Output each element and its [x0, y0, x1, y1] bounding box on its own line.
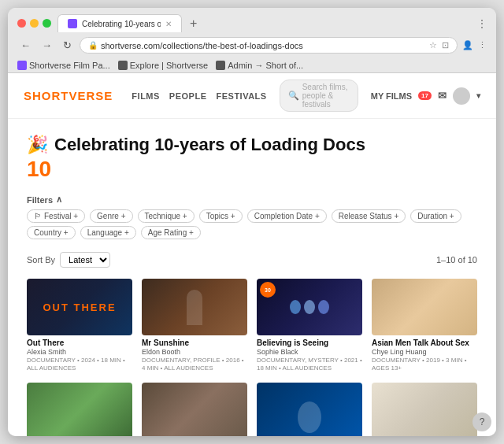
nav-festivals[interactable]: FESTIVALS — [216, 91, 266, 101]
bookmark-label-3: Admin → Short of... — [228, 61, 303, 70]
film-title-1: Mr Sunshine — [142, 339, 247, 347]
bookmark-1[interactable]: Shortverse Film Pa... — [17, 61, 110, 70]
filter-festival[interactable]: 🏳 Festival + — [27, 209, 85, 223]
film-grid: OUT THERE Out There Alexia Smith DOCUMEN… — [8, 272, 496, 436]
browser-profile-icon[interactable]: 👤 — [462, 40, 473, 50]
film-card-3[interactable]: Asian Men Talk About Sex Chye Ling Huang… — [372, 279, 477, 373]
film-meta-1: DOCUMENTARY, PROFILE • 2016 • 4 MIN • AL… — [142, 357, 247, 373]
help-icon: ? — [480, 416, 485, 427]
site-nav: SHORTVERSE FILMS PEOPLE FESTIVALS 🔍 Sear… — [8, 73, 496, 119]
film-title-0: Out There — [27, 339, 132, 347]
filter-language[interactable]: Language + — [80, 226, 136, 239]
help-button[interactable]: ? — [472, 413, 491, 431]
maximize-button[interactable] — [43, 19, 51, 28]
url-text: shortverse.com/collections/the-best-of-l… — [101, 41, 426, 50]
address-bar-icons: ☆ ⊡ — [429, 40, 449, 50]
browser-window: Celebrating 10-years of L... ✕ + ⋮ ← → ↻… — [8, 8, 496, 436]
collection-title: 🎉 Celebrating 10-years of Loading Docs — [27, 135, 477, 155]
film-thumb-4 — [27, 383, 132, 436]
out-there-text: OUT THERE — [43, 302, 116, 313]
filter-duration[interactable]: Duration + — [410, 209, 461, 223]
sort-row: Sort By Latest 1–10 of 10 — [8, 247, 496, 272]
nav-people[interactable]: PEOPLE — [169, 91, 207, 101]
film-thumb-1 — [142, 279, 247, 335]
notification-badge: 17 — [418, 91, 432, 100]
film-meta-0: DOCUMENTARY • 2024 • 18 MIN • ALL AUDIEN… — [27, 357, 132, 373]
browser-settings-icon[interactable]: ⋮ — [478, 40, 487, 50]
filters-label: Filters — [27, 195, 53, 205]
chevron-up-icon: ∧ — [56, 194, 62, 205]
content-area: SHORTVERSE FILMS PEOPLE FESTIVALS 🔍 Sear… — [8, 73, 496, 436]
filter-genre[interactable]: Genre + — [90, 209, 132, 223]
minimize-button[interactable] — [30, 19, 39, 28]
close-button[interactable] — [17, 19, 26, 28]
film-card-1[interactable]: Mr Sunshine Eldon Booth DOCUMENTARY, PRO… — [142, 279, 247, 373]
sort-select[interactable]: Latest — [60, 252, 110, 268]
film-director-3: Chye Ling Huang — [372, 348, 477, 356]
filter-completion-date[interactable]: Completion Date + — [247, 209, 327, 223]
star-icon[interactable]: ☆ — [429, 40, 437, 50]
film-card-0[interactable]: OUT THERE Out There Alexia Smith DOCUMEN… — [27, 279, 132, 373]
traffic-lights — [17, 19, 51, 28]
filter-release-status[interactable]: Release Status + — [332, 209, 406, 223]
avatar[interactable] — [453, 87, 470, 105]
film-thumb-7 — [372, 383, 477, 436]
mr-sunshine-figure — [187, 290, 202, 325]
collection-count: 10 — [27, 157, 477, 182]
film-thumb-2: 30 — [257, 279, 362, 335]
cast-icon[interactable]: ⊡ — [442, 40, 449, 50]
filter-technique[interactable]: Technique + — [138, 209, 195, 223]
filter-topics[interactable]: Topics + — [199, 209, 243, 223]
tab-close-icon[interactable]: ✕ — [165, 20, 172, 28]
envelope-icon[interactable]: ✉ — [438, 90, 447, 102]
sort-label: Sort By — [27, 255, 55, 265]
filters-toggle[interactable]: Filters ∧ — [27, 194, 477, 205]
film-meta-2: DOCUMENTARY, MYSTERY • 2021 • 18 MIN • A… — [257, 357, 362, 373]
collection-header: 🎉 Celebrating 10-years of Loading Docs 1… — [8, 119, 496, 190]
film-thumb-0: OUT THERE — [27, 279, 132, 335]
address-bar[interactable]: 🔒 shortverse.com/collections/the-best-of… — [80, 37, 458, 54]
filter-release-label: Release Status + — [339, 212, 398, 220]
film-card-2[interactable]: 30 Believing is Seeing Sophie Black DOCU… — [257, 279, 362, 373]
bookmark-favicon-3 — [216, 61, 225, 70]
filter-completion-label: Completion Date + — [254, 212, 320, 220]
filter-age-label: Age Rating + — [148, 228, 194, 237]
refresh-button[interactable]: ↻ — [60, 38, 75, 53]
film-card-6[interactable]: Water Baby Katharine McElze DOCUMENTARY … — [257, 383, 362, 436]
filter-age-rating[interactable]: Age Rating + — [141, 226, 201, 239]
filter-technique-label: Technique + — [145, 212, 187, 220]
chevron-down-icon[interactable]: ▾ — [476, 91, 480, 100]
film-card-4[interactable]: Table For One Jenny Guo DOCUMENTARY, PRO… — [27, 383, 132, 436]
film-card-7[interactable]: Hear Me Out Jason Ruberg DOCUMENTARY • 2… — [372, 383, 477, 436]
bookmark-favicon-1 — [17, 61, 27, 70]
new-tab-button[interactable]: + — [185, 15, 202, 32]
bookmarks-bar: Shortverse Film Pa... Explore | Shortver… — [8, 58, 496, 73]
filter-country-label: Country + — [34, 228, 69, 237]
address-bar-row: ← → ↻ 🔒 shortverse.com/collections/the-b… — [17, 37, 487, 58]
tab-title: Celebrating 10-years of L... — [82, 20, 161, 28]
film-director-0: Alexia Smith — [27, 348, 132, 356]
tab-favicon — [68, 19, 77, 28]
site-search[interactable]: 🔍 Search films, people & festivals — [280, 80, 358, 112]
filter-language-label: Language + — [87, 228, 129, 237]
nav-films[interactable]: FILMS — [132, 91, 160, 101]
filter-country[interactable]: Country + — [27, 226, 76, 239]
back-button[interactable]: ← — [17, 38, 34, 53]
filters-section: Filters ∧ 🏳 Festival + Genre + Technique… — [8, 190, 496, 247]
browser-menu-icon[interactable]: ⋮ — [477, 18, 487, 29]
my-films-link[interactable]: MY FILMS — [371, 91, 412, 101]
forward-button[interactable]: → — [39, 38, 55, 53]
filter-topics-label: Topics + — [206, 212, 235, 220]
film-title-2: Believing is Seeing — [257, 339, 362, 347]
active-tab[interactable]: Celebrating 10-years of L... ✕ — [57, 14, 182, 32]
title-bar: Celebrating 10-years of L... ✕ + ⋮ ← → ↻… — [8, 8, 496, 58]
site-logo[interactable]: SHORTVERSE — [24, 89, 113, 102]
film-card-5[interactable]: The Scam Oliver Dome DOCUMENTARY • 2024 … — [142, 383, 247, 436]
bookmark-2[interactable]: Explore | Shortverse — [118, 61, 208, 70]
bookmark-favicon-2 — [118, 61, 128, 70]
title-bar-top: Celebrating 10-years of L... ✕ + ⋮ — [17, 14, 487, 32]
film-director-1: Eldon Booth — [142, 348, 247, 356]
bookmark-3[interactable]: Admin → Short of... — [216, 61, 303, 70]
film-thumb-6 — [257, 383, 362, 436]
nav-right: MY FILMS 17 ✉ ▾ — [371, 87, 480, 105]
